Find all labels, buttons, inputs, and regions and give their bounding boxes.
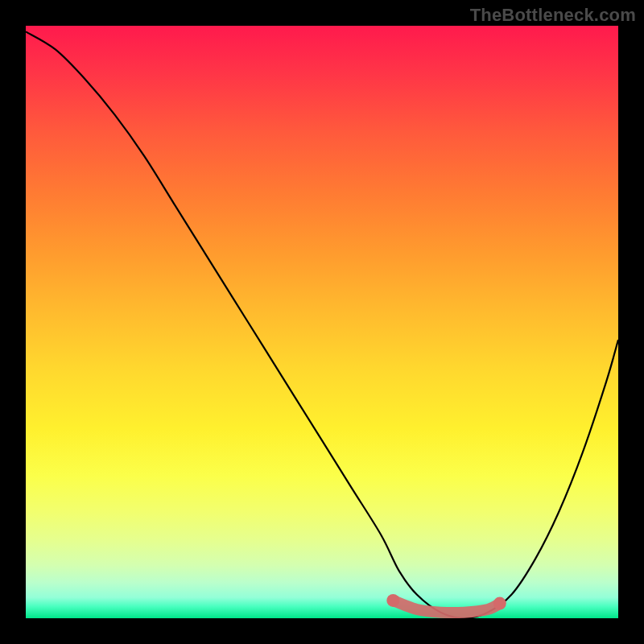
curve-layer [0,0,644,644]
optimal-zone-endpoint [386,594,399,607]
optimal-zone-endpoint [493,597,506,610]
chart-frame: TheBottleneck.com [0,0,644,644]
watermark-text: TheBottleneck.com [470,5,636,26]
bottleneck-curve [26,31,618,618]
optimal-zone-highlight [393,601,499,613]
